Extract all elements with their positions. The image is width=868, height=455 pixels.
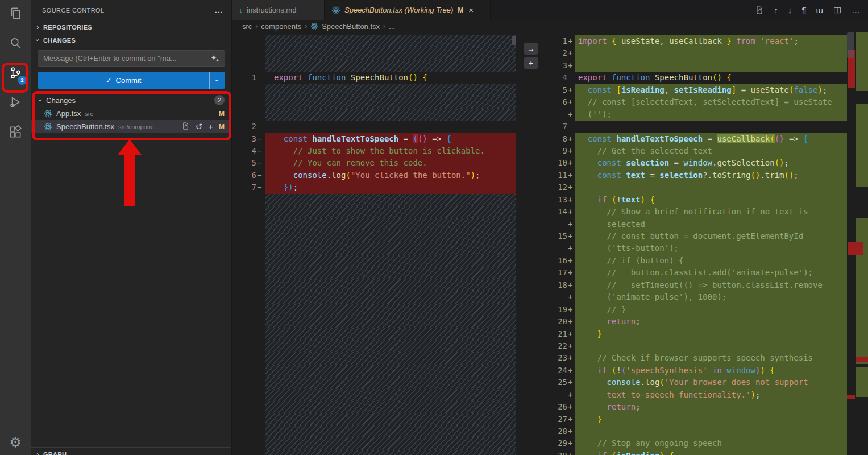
code-line[interactable] (239, 401, 516, 413)
code-line[interactable] (239, 413, 516, 425)
code-line[interactable]: 6− console.log("You clicked the button."… (239, 169, 516, 181)
code-line[interactable] (239, 218, 516, 230)
split-editor-icon[interactable] (833, 6, 842, 15)
code-line[interactable] (239, 35, 516, 47)
code-line[interactable] (239, 316, 516, 328)
code-line[interactable]: 19+ // } (543, 304, 847, 316)
code-line[interactable]: 21+ } (543, 328, 847, 340)
code-line[interactable]: 2+ (543, 47, 847, 59)
code-line[interactable] (239, 450, 516, 455)
code-line[interactable] (239, 437, 516, 449)
code-line[interactable] (239, 109, 516, 121)
discard-changes-icon[interactable]: ↺ (196, 122, 203, 131)
next-change-icon[interactable]: ↓ (788, 6, 792, 14)
code-line[interactable]: 3− const handleTextToSpeech = (() => { (239, 133, 516, 145)
sidebar-item-source-control[interactable]: 2 (0, 59, 31, 89)
code-line[interactable]: 1+import { useState, useCallback } from … (543, 35, 847, 47)
sidebar-item-extensions[interactable] (0, 118, 31, 148)
code-line[interactable] (239, 279, 516, 291)
section-graph[interactable]: › GRAPH (31, 447, 231, 455)
code-line[interactable]: 25+ console.log('Your browser does not s… (543, 377, 847, 388)
section-repositories[interactable]: › REPOSITORIES (31, 20, 231, 34)
code-line[interactable]: 22+ (543, 340, 847, 352)
code-line[interactable]: + ('tts-button'); (543, 242, 847, 254)
code-line[interactable] (239, 328, 516, 340)
code-line[interactable]: 4− // Just to show the button is clickab… (239, 145, 516, 157)
code-line[interactable] (239, 340, 516, 352)
open-file-icon[interactable] (181, 122, 190, 132)
code-line[interactable] (239, 230, 516, 242)
sidebar-item-run-debug[interactable] (0, 89, 31, 118)
code-line[interactable] (239, 304, 516, 316)
code-line[interactable] (239, 377, 516, 388)
code-line[interactable] (239, 60, 516, 72)
settings-button[interactable]: ⚙ (0, 430, 31, 455)
section-changes[interactable]: › CHANGES (31, 34, 231, 47)
code-line[interactable]: 5+ const [isReading, setIsReading] = use… (543, 84, 847, 96)
code-line[interactable]: 24+ if (!('speechSynthesis' in window)) … (543, 365, 847, 377)
code-line[interactable] (239, 206, 516, 218)
file-row-app-tsx[interactable]: App.tsx src M (31, 107, 231, 120)
sidebar-item-explorer[interactable] (0, 0, 31, 30)
stage-block-button[interactable]: + (524, 56, 538, 69)
code-line[interactable]: + selected (543, 218, 847, 230)
code-line[interactable]: 23+ // Check if browser supports speech … (543, 352, 847, 364)
revert-block-arrow-button[interactable]: → (524, 42, 538, 55)
code-line[interactable]: 30+ if (isReading) { (543, 450, 847, 455)
breadcrumb-item[interactable]: components (261, 22, 301, 31)
code-line[interactable]: 5− // You can remove this code. (239, 157, 516, 169)
changes-tree-header[interactable]: › Changes 2 (31, 93, 231, 107)
code-line[interactable]: 28+ (543, 425, 847, 437)
code-line[interactable]: 27+ } (543, 413, 847, 425)
code-line[interactable]: 9+ // Get the selected text (543, 145, 847, 157)
more-actions-icon[interactable]: … (852, 6, 860, 14)
code-line[interactable]: 10+ const selection = window.getSelectio… (543, 157, 847, 169)
code-line[interactable]: 17+ // button.classList.add('animate-pul… (543, 267, 847, 279)
code-line[interactable]: 7− }); (239, 181, 516, 193)
code-line[interactable]: 1export function SpeechButton() { (239, 72, 516, 84)
generate-commit-message-icon[interactable]: ✦✦ (210, 53, 221, 62)
overview-ruler[interactable] (847, 32, 868, 455)
code-line[interactable] (239, 84, 516, 96)
previous-change-icon[interactable]: ↑ (774, 6, 778, 14)
scrollbar-slider[interactable] (512, 36, 516, 45)
sidebar-item-search[interactable] (0, 30, 31, 59)
open-file-icon[interactable] (755, 6, 764, 15)
code-line[interactable] (239, 242, 516, 254)
code-line[interactable]: 15+ // const button = document.getElemen… (543, 230, 847, 242)
code-line[interactable]: 4export function SpeechButton() { (543, 72, 847, 84)
code-line[interactable] (239, 291, 516, 303)
code-line[interactable]: + (''); (543, 109, 847, 121)
code-line[interactable] (239, 96, 516, 108)
code-line[interactable] (239, 47, 516, 59)
toggle-whitespace-icon[interactable]: ¶ (801, 6, 806, 14)
code-line[interactable]: 18+ // setTimeout(() => button.classList… (543, 279, 847, 291)
code-line[interactable] (239, 255, 516, 267)
breadcrumb-item[interactable]: src (242, 22, 252, 31)
code-line[interactable]: 20+ return; (543, 316, 847, 328)
code-line[interactable]: 12+ (543, 181, 847, 193)
stage-changes-icon[interactable]: + (208, 122, 213, 131)
file-row-speechbutton-tsx[interactable]: SpeechButton.tsx src/compone... ↺ + M (31, 120, 231, 133)
code-line[interactable]: 29+ // Stop any ongoing speech (543, 437, 847, 449)
code-line[interactable] (239, 425, 516, 437)
code-line[interactable]: 6+ // const [selectedText, setSelectedTe… (543, 96, 847, 108)
code-line[interactable]: 2 (239, 121, 516, 133)
commit-message-input[interactable] (38, 50, 225, 67)
close-icon[interactable]: × (468, 5, 474, 15)
word-wrap-icon[interactable]: ɯ (816, 6, 824, 14)
commit-button[interactable]: ✓ Commit (38, 76, 209, 85)
code-line[interactable] (239, 365, 516, 377)
code-line[interactable] (239, 389, 516, 401)
commit-dropdown-button[interactable]: › (209, 72, 225, 89)
breadcrumb-item[interactable]: SpeechButton.tsx (322, 22, 380, 31)
sidebar-more-actions-icon[interactable]: … (214, 9, 223, 12)
code-line[interactable] (239, 267, 516, 279)
code-line[interactable]: + text-to-speech functionality.'); (543, 389, 847, 401)
code-line[interactable]: 26+ return; (543, 401, 847, 413)
tab-speechbutton-working-tree[interactable]: SpeechButton.tsx (Working Tree) M × (325, 0, 491, 20)
code-line[interactable]: 7 (543, 121, 847, 133)
code-line[interactable]: + ('animate-pulse'), 1000); (543, 291, 847, 303)
code-line[interactable]: 8+ const handleTextToSpeech = useCallbac… (543, 133, 847, 145)
breadcrumb-item[interactable]: ... (389, 22, 395, 31)
